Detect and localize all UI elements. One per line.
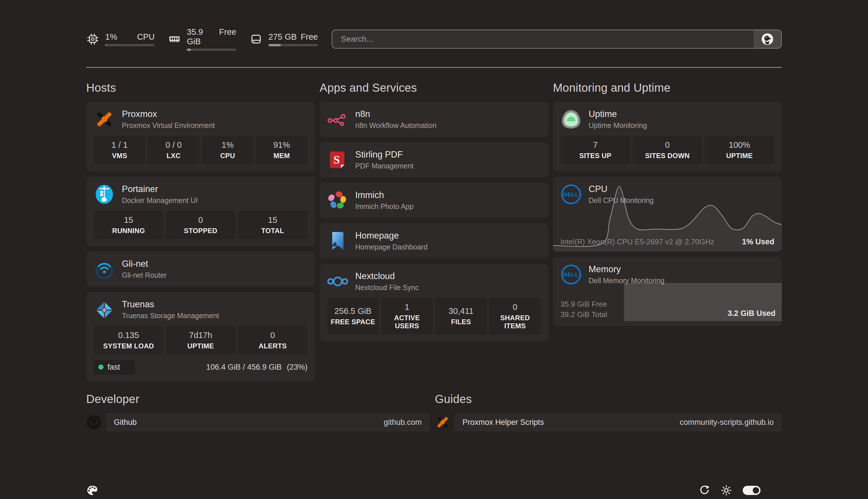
service-card-homepage[interactable]: Homepage Homepage Dashboard (320, 223, 548, 258)
service-title: Stirling PDF (355, 149, 414, 160)
stat-block: 0 ALERTS (238, 326, 307, 355)
service-title: Nextcloud (355, 271, 419, 281)
immich-icon (327, 190, 349, 211)
search-engine-button[interactable] (754, 30, 781, 48)
service-subtitle: Dell CPU Monitoring (589, 196, 653, 205)
stat-block: 256.5 GiB FREE SPACE (327, 298, 379, 334)
service-card-stirling-pdf[interactable]: S Stirling PDF PDF Management (320, 142, 548, 177)
cpu-usage-value: 1% (105, 32, 117, 42)
moon-icon (771, 485, 782, 496)
nextcloud-icon (327, 271, 349, 292)
stat-block: 1% CPU (202, 136, 254, 165)
service-card-n8n[interactable]: n8n n8n Workflow Automation (320, 102, 548, 137)
service-card-proxmox[interactable]: Proxmox Proxmox Virtual Environment 1 / … (86, 102, 315, 171)
disk-resource-widget: 275 GB Free (249, 32, 318, 46)
pool-name: fast (108, 363, 120, 372)
service-card-immich[interactable]: Immich Immich Photo App (320, 183, 548, 218)
palette-icon (86, 484, 98, 496)
section-monitoring: Monitoring and Uptime Uptime Uptime Moni… (553, 81, 782, 381)
stirling-pdf-icon: S (327, 149, 349, 170)
service-card-uptime[interactable]: Uptime Uptime Monitoring 7 SITES UP 0 SI… (553, 102, 782, 171)
stat-block: 15 TOTAL (238, 211, 307, 240)
disk-usage-bar (268, 44, 318, 46)
dark-mode-button[interactable] (771, 485, 782, 496)
service-subtitle: Proxmox Virtual Environment (122, 121, 215, 130)
stat-block: 0.135 SYSTEM LOAD (94, 326, 163, 355)
cpu-used-label: 1% Used (742, 238, 774, 246)
light-mode-button[interactable] (721, 485, 732, 496)
stat-block: 15 RUNNING (94, 211, 163, 240)
dell-icon: DELL (561, 184, 582, 205)
search-input[interactable] (332, 30, 754, 48)
homepage-icon (327, 230, 349, 252)
service-card-truenas[interactable]: Truenas Truenas Storage Management 0.135… (86, 292, 315, 381)
service-subtitle: Immich Photo App (355, 202, 414, 211)
stat-block: 100% UPTIME (705, 136, 774, 165)
service-subtitle: n8n Workflow Automation (355, 121, 437, 130)
service-card-dell-cpu[interactable]: DELL CPU Dell CPU Monitoring Intel(R) Xe… (553, 177, 782, 252)
stat-block: 0 SHARED ITEMS (489, 298, 541, 334)
svg-text:DELL: DELL (563, 192, 579, 197)
cpu-usage-label: CPU (137, 32, 155, 42)
color-palette-button[interactable] (86, 484, 98, 496)
section-title-hosts: Hosts (86, 81, 315, 94)
stat-block: 7 SITES UP (561, 136, 630, 165)
pool-pill: fast (94, 360, 135, 375)
refresh-button[interactable] (699, 485, 710, 496)
bookmark-pill: Proxmox Helper Scripts community-scripts… (454, 413, 782, 431)
footer (86, 484, 782, 497)
service-title: n8n (355, 109, 437, 119)
bookmark-github[interactable]: Github github.com (86, 413, 430, 431)
stat-block: 0 STOPPED (166, 211, 236, 240)
svg-text:S: S (333, 153, 340, 166)
cpu-model-label: Intel(R) Xeon(R) CPU E5-2697 v2 @ 2.70GH… (561, 238, 714, 246)
service-title: Memory (589, 264, 664, 275)
memory-usage-bar (187, 49, 236, 51)
stat-block: 1 ACTIVE USERS (381, 298, 433, 334)
service-subtitle: Homepage Dashboard (355, 243, 428, 251)
search-bar (332, 29, 782, 49)
bookmark-group-title: Developer (86, 393, 430, 405)
github-icon (86, 414, 102, 430)
truenas-stats: 0.135 SYSTEM LOAD 7d17h UPTIME 0 ALERTS (94, 326, 307, 355)
service-subtitle: PDF Management (355, 162, 414, 170)
cpu-icon (86, 33, 99, 46)
disk-icon (249, 33, 263, 46)
stat-block: 0 / 0 LXC (148, 136, 199, 165)
proxmox-icon (94, 109, 115, 130)
pool-status-dot (98, 364, 103, 370)
bookmark-group-developer: Developer Github github.com (86, 393, 430, 431)
service-title: Portainer (122, 184, 198, 194)
service-subtitle: Dell Memory Monitoring (589, 277, 664, 285)
truenas-icon (94, 299, 115, 320)
service-card-nextcloud[interactable]: Nextcloud Nextcloud File Sync 256.5 GiB … (320, 264, 548, 341)
service-card-portainer[interactable]: Portainer Docker Management UI 15 RUNNIN… (86, 177, 315, 246)
nextcloud-stats: 256.5 GiB FREE SPACE 1 ACTIVE USERS 30,4… (327, 298, 541, 334)
uptime-kuma-icon (561, 109, 582, 130)
bookmark-name: Github (114, 418, 137, 427)
service-card-glinet[interactable]: Gli-net Gli-net Router (86, 252, 315, 287)
portainer-icon (94, 184, 115, 205)
service-subtitle: Nextcloud File Sync (355, 283, 419, 292)
proxmox-stats: 1 / 1 VMS 0 / 0 LXC 1% CPU 91% (94, 136, 307, 165)
disk-free-value: 275 GB (268, 32, 297, 42)
theme-toggle-knob (753, 487, 759, 494)
service-card-dell-memory[interactable]: DELL Memory Dell Memory Monitoring 35.9 … (553, 257, 782, 326)
service-subtitle: Uptime Monitoring (589, 121, 647, 130)
theme-toggle[interactable] (743, 486, 760, 495)
memory-free-value: 35.9 GiB (187, 27, 219, 46)
service-title: Homepage (355, 231, 428, 241)
pool-usage: 106.4 GiB / 456.9 GiB (206, 363, 282, 372)
bookmark-pill: Github github.com (106, 413, 430, 431)
dell-icon: DELL (561, 264, 582, 285)
bookmark-url: github.com (384, 418, 421, 427)
section-title-monitoring: Monitoring and Uptime (553, 81, 782, 94)
service-title: Immich (355, 190, 414, 200)
pool-usage-percent: (23%) (287, 363, 307, 372)
bookmark-proxmox-helper-scripts[interactable]: Proxmox Helper Scripts community-scripts… (435, 413, 782, 431)
bookmark-name: Proxmox Helper Scripts (463, 418, 544, 427)
disk-free-label: Free (301, 32, 318, 42)
service-title: Proxmox (122, 109, 215, 119)
cpu-resource-widget: 1% CPU (86, 32, 155, 46)
service-title: Uptime (589, 109, 647, 119)
